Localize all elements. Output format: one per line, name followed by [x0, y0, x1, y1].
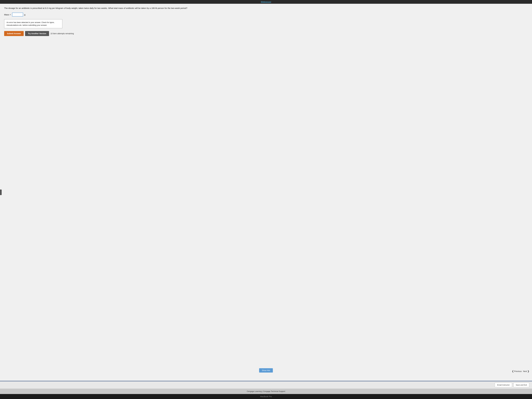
top-bar[interactable]: [References]	[0, 0, 532, 4]
mass-row: Mass = g	[4, 13, 528, 17]
mass-label: Mass =	[4, 13, 11, 16]
button-row: Submit Answer Try Another Version 10 ite…	[4, 31, 528, 36]
footer: Cengage Learning | Cengage Technical Sup…	[0, 389, 532, 394]
cengage-learning-link[interactable]: Cengage Learning	[247, 390, 262, 392]
macbook-label: MacBook Pro	[260, 395, 272, 398]
question-text: The dosage for an antibiotic is prescrib…	[4, 6, 502, 10]
macbook-bar: MacBook Pro	[0, 394, 532, 399]
mass-input[interactable]	[12, 13, 23, 17]
next-label: Next	[523, 370, 527, 372]
footer-separator: |	[262, 390, 263, 392]
main-content: The dosage for an antibiotic is prescrib…	[0, 4, 532, 381]
left-tab	[0, 190, 2, 195]
previous-label: Previous	[514, 370, 522, 372]
mass-unit: g	[24, 13, 25, 16]
bottom-toolbar: Email Instructor Save and Exit	[0, 381, 532, 389]
submit-answer-button[interactable]: Submit Answer	[4, 31, 24, 36]
show-hint-area: Show Hint	[259, 368, 273, 373]
email-instructor-button[interactable]: Email Instructor	[495, 383, 512, 387]
references-link[interactable]: [References]	[261, 1, 271, 3]
bottom-nav: ❮ Previous Next ❯	[512, 370, 529, 373]
chevron-right-icon: ❯	[527, 370, 529, 373]
error-box: An error has been detected in your answe…	[4, 19, 62, 28]
show-hint-button[interactable]: Show Hint	[259, 368, 273, 373]
save-and-exit-button[interactable]: Save and Exit	[513, 383, 529, 387]
technical-support-link[interactable]: Cengage Technical Support	[263, 390, 285, 392]
try-another-version-button[interactable]: Try Another Version	[25, 31, 49, 36]
attempts-remaining-text: 10 item attempts remaining	[51, 32, 74, 35]
chevron-left-icon: ❮	[512, 370, 514, 373]
previous-link[interactable]: ❮ Previous	[512, 370, 522, 373]
error-text: An error has been detected in your answe…	[6, 21, 54, 26]
next-link[interactable]: Next ❯	[523, 370, 529, 373]
